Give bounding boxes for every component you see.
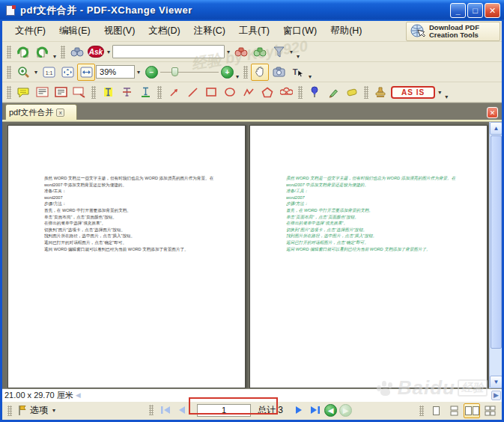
polygon-tool-button[interactable]	[258, 84, 276, 101]
pencil-tool-button[interactable]	[324, 84, 342, 101]
callout-button[interactable]	[70, 84, 88, 101]
two-page-continuous-view-button[interactable]	[482, 403, 498, 418]
snapshot-button[interactable]	[270, 64, 288, 81]
stamp-dropdown-icon[interactable]: ▾	[437, 89, 443, 96]
menu-document[interactable]: 文档(D)	[142, 22, 186, 40]
cloud-tool-button[interactable]	[277, 84, 295, 101]
search-next-button[interactable]	[251, 43, 269, 61]
document-tab-bar: pdf文件合并 x ✕	[2, 103, 502, 122]
previous-view-button[interactable]: ◀	[324, 404, 337, 417]
toolbar-grip[interactable]	[91, 86, 96, 99]
line-tool-button[interactable]	[183, 84, 201, 101]
download-pdf-tools-button[interactable]: Download PDF Creation Tools	[406, 22, 500, 41]
options-control[interactable]: 选项 ▾	[5, 404, 57, 417]
options-dropdown-icon[interactable]: ▾	[51, 407, 57, 414]
page-1[interactable]: 虽然 WORD 文档是一些文字主题，但有时我们也总为 WORD 添加漂亮的图片作…	[7, 125, 246, 388]
stamp-tool-button[interactable]	[371, 84, 389, 101]
zoom-out-button[interactable]: −	[145, 66, 158, 79]
toolbar-grip[interactable]	[7, 86, 11, 99]
filter-button[interactable]	[270, 43, 288, 61]
rotate-dropdown-icon[interactable]: ▾	[52, 53, 58, 61]
maximize-button[interactable]: □	[467, 3, 483, 18]
sticky-note-button[interactable]	[14, 84, 32, 101]
page-2[interactable]: 虽然 WORD 文档是一些文字主题，但有时我们也总为 WORD 添加漂亮的图片作…	[249, 125, 488, 388]
last-page-button[interactable]	[308, 403, 322, 417]
statusbar-grip[interactable]	[7, 406, 12, 416]
toolbar-overflow-icon[interactable]: ▾	[295, 53, 301, 61]
single-page-view-button[interactable]	[428, 403, 444, 418]
layout-grip[interactable]	[419, 406, 424, 416]
toolbar-grip[interactable]	[61, 46, 65, 58]
typewriter-button[interactable]	[33, 84, 51, 101]
zoom-slider[interactable]	[160, 65, 219, 79]
polyline-tool-button[interactable]	[240, 84, 258, 101]
menu-tools[interactable]: 工具(T)	[232, 22, 276, 40]
minimize-button[interactable]: _	[450, 3, 466, 18]
textbox-button[interactable]	[52, 84, 70, 101]
zoom-tool-dropdown-icon[interactable]: ▾	[33, 69, 39, 76]
vertical-scrollbar[interactable]: ▲ ▼	[489, 122, 502, 388]
toolbar-grip[interactable]	[7, 66, 11, 79]
highlight-text-button[interactable]	[99, 84, 117, 101]
scroll-up-icon[interactable]: ▲	[490, 122, 502, 135]
fit-width-button[interactable]	[77, 64, 95, 81]
zoom-tool-button[interactable]	[14, 64, 32, 81]
zoom-level-dropdown-icon[interactable]: ▾	[136, 69, 142, 76]
document-close-button[interactable]: ✕	[487, 107, 498, 118]
toolbar-grip[interactable]	[157, 86, 162, 99]
search-dropdown-icon[interactable]: ▾	[225, 49, 231, 55]
oval-tool-button[interactable]	[221, 84, 239, 101]
scroll-right-icon[interactable]: ▶	[491, 391, 501, 400]
hand-tool-button[interactable]	[251, 64, 269, 81]
tab-pdf-merge[interactable]: pdf文件合并 x	[5, 104, 77, 120]
fit-page-button[interactable]	[58, 64, 76, 81]
rotate-ccw-button[interactable]	[14, 43, 32, 61]
vertical-scrollbar-thumb[interactable]	[491, 135, 502, 349]
zoom-level-combobox[interactable]: 39%	[96, 65, 135, 79]
scroll-left-icon[interactable]: ◀	[73, 391, 83, 400]
search-input[interactable]	[112, 45, 225, 58]
menu-view[interactable]: 视图(V)	[97, 22, 142, 40]
zoom-overflow-icon[interactable]: ▾	[234, 73, 240, 82]
filter-dropdown-icon[interactable]: ▾	[288, 49, 294, 55]
rectangle-tool-button[interactable]	[202, 84, 220, 101]
next-page-button[interactable]	[291, 403, 306, 417]
actual-size-button[interactable]: 1:1	[40, 64, 58, 81]
select-text-button[interactable]: T	[288, 64, 306, 81]
zoom-slider-thumb[interactable]	[171, 67, 178, 76]
window-title: pdf文件合并 - PDF-XChange Viewer	[20, 4, 450, 17]
stamp-preview-button[interactable]: AS IS	[390, 84, 436, 101]
first-page-button[interactable]	[158, 403, 172, 417]
strikeout-text-button[interactable]	[118, 84, 136, 101]
menu-file[interactable]: 文件(F)	[8, 22, 52, 40]
tab-close-icon[interactable]: x	[56, 108, 64, 117]
close-button[interactable]: ✕	[485, 3, 500, 18]
menu-comments[interactable]: 注释(C)	[187, 22, 232, 40]
comment-overflow-icon[interactable]: ▾	[443, 94, 449, 102]
find-button[interactable]	[68, 43, 86, 61]
attach-file-button[interactable]	[306, 84, 324, 101]
search-previous-button[interactable]	[232, 43, 250, 61]
underline-text-button[interactable]	[136, 84, 154, 101]
select-overflow-icon[interactable]: ▾	[307, 73, 313, 82]
zoom-in-button[interactable]: +	[221, 66, 234, 79]
rotate-cw-button[interactable]	[33, 43, 51, 61]
nav-grip[interactable]	[149, 405, 154, 415]
ask-search-button[interactable]: Ask	[87, 43, 105, 61]
continuous-view-button[interactable]	[446, 403, 462, 418]
eraser-tool-button[interactable]	[343, 84, 361, 101]
toolbar-grip[interactable]	[243, 66, 248, 79]
document-area[interactable]: 虽然 WORD 文档是一些文字主题，但有时我们也总为 WORD 添加漂亮的图片作…	[2, 122, 502, 388]
menu-edit[interactable]: 编辑(E)	[52, 22, 97, 40]
toolbar-grip[interactable]	[364, 86, 368, 99]
menu-window[interactable]: 窗口(W)	[276, 22, 324, 40]
ask-dropdown-icon[interactable]: ▾	[106, 49, 112, 55]
next-view-button[interactable]: ▶	[339, 404, 352, 417]
toolbar-grip[interactable]	[298, 86, 303, 99]
scroll-down-icon[interactable]: ▼	[490, 376, 502, 388]
previous-page-button[interactable]	[174, 403, 189, 417]
menu-help[interactable]: 帮助(H)	[324, 22, 368, 40]
arrow-tool-button[interactable]	[165, 84, 183, 101]
toolbar-grip[interactable]	[7, 46, 11, 58]
two-page-view-button[interactable]	[464, 403, 480, 418]
